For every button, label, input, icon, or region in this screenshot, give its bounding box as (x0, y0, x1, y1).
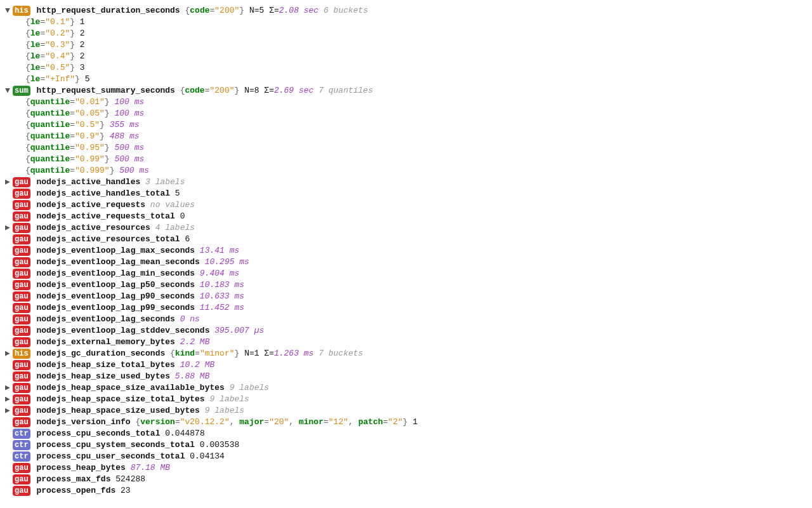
metrics-tree: ▼his http_request_duration_seconds {code… (5, 5, 807, 497)
metric-name: nodejs_eventloop_lag_p99_seconds (36, 303, 195, 312)
brace-close: } (70, 63, 75, 72)
brace-close: } (105, 154, 110, 164)
metric-row: gau nodejs_version_info {version="v20.12… (5, 417, 807, 428)
metric-name: process_cpu_user_seconds_total (36, 451, 185, 461)
brace-open: { (25, 97, 30, 107)
brace-open: { (180, 6, 190, 15)
metric-value: 6 (180, 234, 190, 244)
expand-toggle[interactable]: ▶ (5, 222, 13, 234)
metric-row: ▶gau nodejs_heap_space_size_total_bytes … (5, 394, 807, 405)
metric-value: 10.633 ms (195, 291, 244, 301)
metric-value: 0.04134 (185, 451, 224, 461)
expand-toggle[interactable]: ▶ (5, 177, 13, 188)
brace-close: } (70, 40, 75, 50)
metric-name: nodejs_active_handles_total (36, 189, 170, 198)
metric-row: gau nodejs_active_handles_total 5 (5, 188, 807, 199)
metric-value: 9 labels (225, 383, 269, 392)
metric-value: 7 buckets (313, 349, 363, 358)
metric-name: nodejs_eventloop_lag_min_seconds (36, 269, 195, 278)
metric-name: nodejs_external_memory_bytes (36, 337, 174, 347)
metric-row: gau nodejs_eventloop_lag_min_seconds 9.4… (5, 268, 807, 279)
metric-value: 2.2 MB (175, 337, 210, 347)
value: 500 ms (110, 143, 145, 152)
expand-toggle[interactable]: ▶ (5, 348, 13, 359)
label-key: version (140, 417, 175, 427)
label-key: code (185, 86, 204, 95)
equals: = (70, 109, 75, 118)
label-value: "0.01" (75, 97, 105, 107)
metric-value: 10.183 ms (195, 280, 244, 290)
brace-close: } (75, 74, 80, 84)
expand-toggle[interactable]: ▶ (5, 405, 13, 417)
brace-open: { (25, 120, 30, 130)
label-value: "0.1" (45, 17, 70, 27)
metric-value: 524288 (110, 474, 145, 484)
brace-open: { (25, 29, 30, 38)
brace-open: { (25, 40, 30, 50)
metric-value: 1 (408, 417, 418, 427)
brace-open: { (25, 166, 30, 175)
metric-value: 4 labels (150, 223, 195, 232)
metric-value: N=8 Σ= (239, 86, 274, 95)
expand-toggle[interactable]: ▼ (5, 85, 13, 97)
label-value: "0.4" (45, 51, 70, 61)
metric-name: nodejs_heap_space_size_total_bytes (36, 394, 204, 404)
brace-close: } (70, 51, 75, 61)
expand-toggle[interactable]: ▶ (5, 394, 13, 405)
type-badge-gau: gau (13, 234, 30, 244)
metric-value: 7 quantiles (313, 86, 373, 95)
equals: = (70, 120, 75, 130)
label-value: "0.9" (75, 131, 100, 141)
brace-open: { (25, 17, 30, 27)
label-value: "0.05" (75, 109, 105, 118)
metric-value: 0.003538 (195, 440, 239, 450)
label-value: "0.5" (45, 63, 70, 72)
metric-name: nodejs_active_requests_total (36, 211, 174, 221)
metric-value: 9.404 ms (195, 269, 239, 278)
metric-child-row: {le="+Inf"} 5 (5, 74, 807, 85)
equals: = (70, 143, 75, 152)
label-key: le (30, 63, 41, 72)
type-badge-sum: sum (13, 86, 30, 96)
brace-open: { (25, 63, 30, 72)
metric-value: 1.263 ms (274, 349, 313, 358)
metric-row: gau nodejs_eventloop_lag_p99_seconds 11.… (5, 302, 807, 314)
equals: = (70, 131, 75, 141)
brace-open: { (175, 86, 185, 95)
type-badge-gau: gau (13, 291, 30, 302)
metric-row: gau process_heap_bytes 87.18 MB (5, 462, 807, 474)
metric-child-row: {quantile="0.99"} 500 ms (5, 154, 807, 165)
value: 1 (75, 17, 85, 27)
brace-close: } (239, 6, 244, 15)
metric-row: gau process_open_fds 23 (5, 485, 807, 497)
label-value: "0.2" (45, 29, 70, 38)
label-value: "0.999" (75, 166, 110, 175)
metric-row: gau nodejs_active_resources_total 6 (5, 234, 807, 245)
metric-name: nodejs_eventloop_lag_p50_seconds (36, 280, 195, 290)
metric-row: gau nodejs_eventloop_lag_p50_seconds 10.… (5, 279, 807, 291)
metric-name: nodejs_eventloop_lag_mean_seconds (36, 257, 199, 267)
brace-close: } (105, 97, 110, 107)
equals: = (264, 417, 269, 427)
type-badge-his: his (13, 349, 30, 359)
metric-row: gau nodejs_eventloop_lag_stddev_seconds … (5, 325, 807, 337)
metric-value: 10.2 MB (175, 360, 214, 370)
metric-name: nodejs_eventloop_lag_max_seconds (36, 246, 195, 255)
metric-name: nodejs_heap_space_size_available_bytes (36, 383, 224, 392)
metric-row: gau nodejs_eventloop_lag_max_seconds 13.… (5, 245, 807, 257)
brace-close: } (105, 143, 110, 152)
type-badge-gau: gau (13, 200, 30, 210)
metric-row: ▼his http_request_duration_seconds {code… (5, 5, 807, 17)
metric-row: gau process_max_fds 524288 (5, 474, 807, 485)
expand-toggle[interactable]: ▼ (5, 5, 13, 17)
metric-row: ▶gau nodejs_heap_space_size_available_by… (5, 382, 807, 394)
metric-child-row: {quantile="0.95"} 500 ms (5, 142, 807, 154)
metric-child-row: {quantile="0.05"} 100 ms (5, 108, 807, 119)
brace-close: } (100, 120, 105, 130)
metric-value: 5 (170, 189, 180, 198)
metric-value: 395.007 µs (209, 326, 264, 335)
metric-value: 10.295 ms (200, 257, 249, 267)
expand-toggle[interactable]: ▶ (5, 382, 13, 394)
metric-name: nodejs_active_resources (36, 223, 150, 232)
label-key: quantile (30, 131, 70, 141)
